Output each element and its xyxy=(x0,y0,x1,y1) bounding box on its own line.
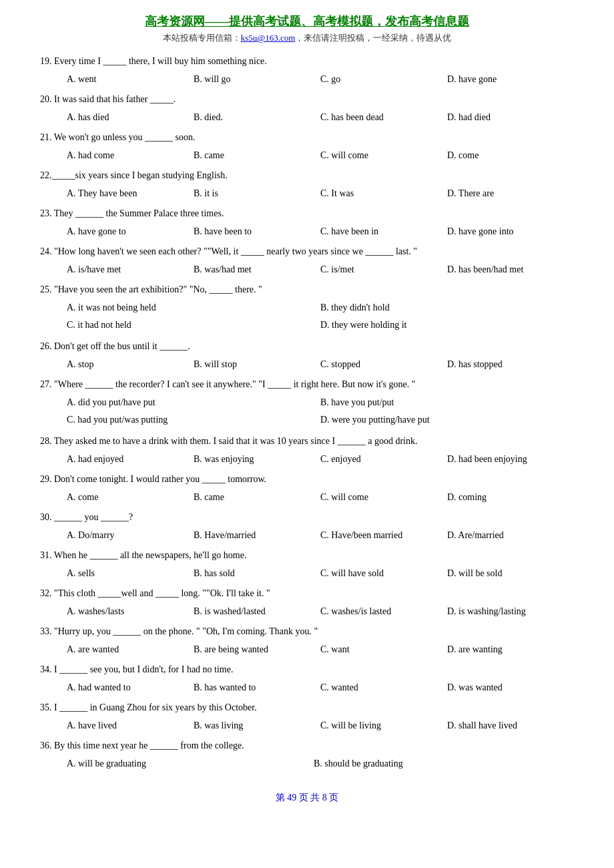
option-28-2: C. enjoyed xyxy=(320,451,440,467)
option-20-3: D. had died xyxy=(447,109,567,126)
question-20: 20. It was said that his father _____.A.… xyxy=(40,91,574,126)
option-35-3: D. shall have lived xyxy=(447,717,567,734)
options-row-30: A. Do/marryB. Have/marriedC. Have/been m… xyxy=(40,527,574,544)
options-twocol-25: A. it was not being heldB. they didn't h… xyxy=(40,299,574,335)
option-32-2: C. washes/is lasted xyxy=(320,603,440,620)
option-34-2: C. wanted xyxy=(320,679,440,696)
question-25: 25. "Have you seen the art exhibition?" … xyxy=(40,282,574,335)
options-row-29: A. comeB. cameC. will comeD. coming xyxy=(40,489,574,505)
question-21: 21. We won't go unless you ______ soon.A… xyxy=(40,130,574,164)
option-21-1: B. came xyxy=(194,147,314,164)
email-link[interactable]: ks5u@163.com xyxy=(241,33,296,43)
question-29: 29. Don't come tonight. I would rather y… xyxy=(40,471,574,505)
question-35: 35. I ______ in Guang Zhou for six years… xyxy=(40,700,574,734)
question-text-27: 27. "Where ______ the recorder? I can't … xyxy=(40,377,574,393)
question-24: 24. "How long haven't we seen each other… xyxy=(40,244,574,278)
question-27: 27. "Where ______ the recorder? I can't … xyxy=(40,377,574,429)
question-28: 28. They asked me to have a drink with t… xyxy=(40,433,574,467)
option-19-3: D. have gone xyxy=(447,71,567,87)
options-row-35: A. have livedB. was livingC. will be liv… xyxy=(40,717,574,734)
question-text-19: 19. Every time I _____ there, I will buy… xyxy=(40,53,574,69)
options-row-19: A. wentB. will goC. goD. have gone xyxy=(40,71,574,87)
option-27-3: D. were you putting/have put xyxy=(320,411,574,429)
option-33-2: C. want xyxy=(320,641,440,658)
option-31-1: B. has sold xyxy=(194,565,314,582)
option-23-3: D. have gone into xyxy=(447,223,567,240)
question-text-22: 22._____six years since I began studying… xyxy=(40,168,574,184)
question-36: 36. By this time next year he ______ fro… xyxy=(40,738,574,772)
option-35-1: B. was living xyxy=(194,717,314,734)
option-20-1: B. died. xyxy=(194,109,314,126)
options-row-33: A. are wantedB. are being wantedC. wantD… xyxy=(40,641,574,658)
option-36-1: B. should be graduating xyxy=(314,755,554,772)
option-28-3: D. had been enjoying xyxy=(447,451,567,467)
option-29-1: B. came xyxy=(194,489,314,505)
option-27-0: A. did you put/have put xyxy=(67,394,320,412)
option-24-3: D. has been/had met xyxy=(447,261,567,278)
option-32-1: B. is washed/lasted xyxy=(194,603,314,620)
options-row-20: A. has diedB. died.C. has been deadD. ha… xyxy=(40,109,574,126)
option-35-0: A. have lived xyxy=(67,717,187,734)
option-21-3: D. come xyxy=(447,147,567,164)
options-row-31: A. sellsB. has soldC. will have soldD. w… xyxy=(40,565,574,582)
option-27-2: C. had you put/was putting xyxy=(67,411,320,429)
option-26-1: B. will stop xyxy=(194,356,314,373)
option-25-2: C. it had not held xyxy=(67,316,320,335)
options-row-21: A. had comeB. cameC. will comeD. come xyxy=(40,147,574,164)
option-26-3: D. has stopped xyxy=(447,356,567,373)
option-31-3: D. will be sold xyxy=(447,565,567,582)
question-text-26: 26. Don't get off the bus until it _____… xyxy=(40,339,574,355)
option-25-0: A. it was not being held xyxy=(67,299,320,317)
question-text-20: 20. It was said that his father _____. xyxy=(40,91,574,107)
option-34-0: A. had wanted to xyxy=(67,679,187,696)
page-footer: 第 49 页 共 8 页 xyxy=(40,792,574,804)
option-30-2: C. Have/been married xyxy=(320,527,440,544)
option-19-1: B. will go xyxy=(194,71,314,87)
option-22-0: A. They have been xyxy=(67,185,187,202)
question-text-29: 29. Don't come tonight. I would rather y… xyxy=(40,471,574,487)
option-28-1: B. was enjoying xyxy=(194,451,314,467)
option-24-0: A. is/have met xyxy=(67,261,187,278)
options-row-28: A. had enjoyedB. was enjoyingC. enjoyedD… xyxy=(40,451,574,467)
question-26: 26. Don't get off the bus until it _____… xyxy=(40,339,574,373)
option-22-3: D. There are xyxy=(447,185,567,202)
option-35-2: C. will be living xyxy=(320,717,440,734)
option-32-0: A. washes/lasts xyxy=(67,603,187,620)
question-text-28: 28. They asked me to have a drink with t… xyxy=(40,433,574,449)
question-text-32: 32. "This cloth _____well and _____ long… xyxy=(40,586,574,602)
option-28-0: A. had enjoyed xyxy=(67,451,187,467)
question-text-33: 33. "Hurry up, you ______ on the phone. … xyxy=(40,624,574,640)
option-20-0: A. has died xyxy=(67,109,187,126)
option-30-1: B. Have/married xyxy=(194,527,314,544)
option-21-2: C. will come xyxy=(320,147,440,164)
option-30-3: D. Are/married xyxy=(447,527,567,544)
options-twocol-27: A. did you put/have putB. have you put/p… xyxy=(40,394,574,429)
question-33: 33. "Hurry up, you ______ on the phone. … xyxy=(40,624,574,658)
option-20-2: C. has been dead xyxy=(320,109,440,126)
option-24-2: C. is/met xyxy=(320,261,440,278)
option-26-0: A. stop xyxy=(67,356,187,373)
question-text-30: 30. ______ you ______? xyxy=(40,509,574,525)
option-25-1: B. they didn't hold xyxy=(320,299,574,317)
option-23-1: B. have been to xyxy=(194,223,314,240)
question-32: 32. "This cloth _____well and _____ long… xyxy=(40,586,574,620)
option-22-1: B. it is xyxy=(194,185,314,202)
options-row-23: A. have gone toB. have been toC. have be… xyxy=(40,223,574,240)
option-29-3: D. coming xyxy=(447,489,567,505)
options-row-22: A. They have beenB. it isC. It wasD. The… xyxy=(40,185,574,202)
options-row-26: A. stopB. will stopC. stoppedD. has stop… xyxy=(40,356,574,373)
option-29-0: A. come xyxy=(67,489,187,505)
option-19-2: C. go xyxy=(320,71,440,87)
option-33-3: D. are wanting xyxy=(447,641,567,658)
option-24-1: B. was/had met xyxy=(194,261,314,278)
option-26-2: C. stopped xyxy=(320,356,440,373)
option-23-2: C. have been in xyxy=(320,223,440,240)
question-text-31: 31. When he ______ all the newspapers, h… xyxy=(40,548,574,564)
option-31-0: A. sells xyxy=(67,565,187,582)
question-text-34: 34. I ______ see you, but I didn't, for … xyxy=(40,662,574,678)
option-27-1: B. have you put/put xyxy=(320,394,574,412)
option-30-0: A. Do/marry xyxy=(67,527,187,544)
options-row-36: A. will be graduatingB. should be gradua… xyxy=(40,755,574,772)
question-text-25: 25. "Have you seen the art exhibition?" … xyxy=(40,282,574,298)
question-text-23: 23. They ______ the Summer Palace three … xyxy=(40,206,574,222)
